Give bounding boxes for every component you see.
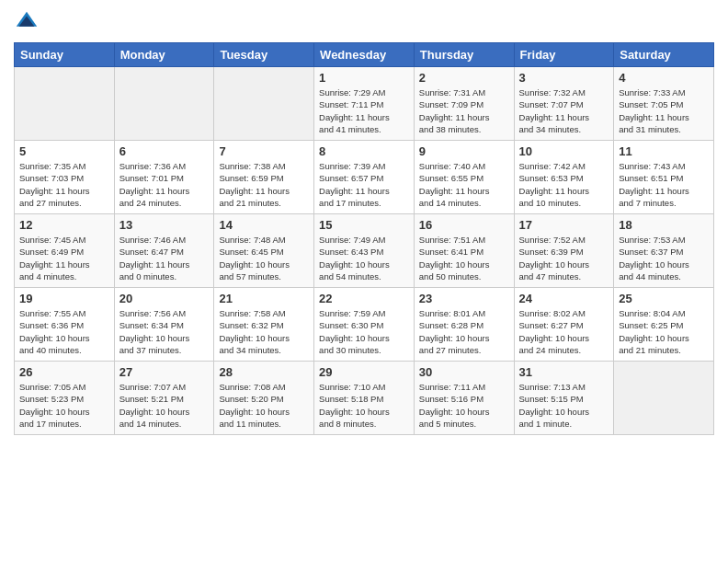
day-info: Sunrise: 7:53 AM Sunset: 6:37 PM Dayligh… bbox=[619, 234, 709, 282]
calendar-cell: 22Sunrise: 7:59 AM Sunset: 6:30 PM Dayli… bbox=[314, 288, 415, 362]
day-info: Sunrise: 7:40 AM Sunset: 6:55 PM Dayligh… bbox=[419, 160, 509, 209]
calendar-table: SundayMondayTuesdayWednesdayThursdayFrid… bbox=[14, 42, 714, 435]
day-number: 22 bbox=[319, 292, 409, 305]
day-number: 2 bbox=[419, 71, 509, 85]
day-info: Sunrise: 7:05 AM Sunset: 5:23 PM Dayligh… bbox=[19, 381, 109, 430]
day-number: 28 bbox=[219, 365, 309, 379]
col-header-monday: Monday bbox=[114, 43, 214, 67]
day-info: Sunrise: 7:38 AM Sunset: 6:59 PM Dayligh… bbox=[219, 160, 309, 209]
calendar-cell: 10Sunrise: 7:42 AM Sunset: 6:53 PM Dayli… bbox=[514, 141, 614, 214]
week-row-5: 26Sunrise: 7:05 AM Sunset: 5:23 PM Dayli… bbox=[15, 362, 714, 435]
col-header-friday: Friday bbox=[514, 43, 614, 67]
day-number: 23 bbox=[419, 292, 509, 305]
day-info: Sunrise: 7:29 AM Sunset: 7:11 PM Dayligh… bbox=[319, 86, 409, 135]
day-info: Sunrise: 7:07 AM Sunset: 5:21 PM Dayligh… bbox=[119, 381, 210, 430]
calendar-cell: 2Sunrise: 7:31 AM Sunset: 7:09 PM Daylig… bbox=[414, 67, 514, 141]
calendar-cell bbox=[114, 67, 214, 141]
day-info: Sunrise: 7:36 AM Sunset: 7:01 PM Dayligh… bbox=[119, 160, 210, 209]
day-number: 13 bbox=[119, 218, 210, 232]
day-number: 31 bbox=[519, 365, 609, 379]
week-row-3: 12Sunrise: 7:45 AM Sunset: 6:49 PM Dayli… bbox=[15, 214, 714, 288]
day-info: Sunrise: 7:48 AM Sunset: 6:45 PM Dayligh… bbox=[219, 234, 309, 282]
day-number: 5 bbox=[19, 144, 109, 158]
calendar-cell bbox=[614, 362, 714, 435]
calendar-page: SundayMondayTuesdayWednesdayThursdayFrid… bbox=[0, 0, 728, 563]
calendar-cell: 27Sunrise: 7:07 AM Sunset: 5:21 PM Dayli… bbox=[114, 362, 214, 435]
day-info: Sunrise: 7:49 AM Sunset: 6:43 PM Dayligh… bbox=[319, 234, 409, 282]
day-number: 20 bbox=[119, 292, 210, 305]
day-info: Sunrise: 8:01 AM Sunset: 6:28 PM Dayligh… bbox=[419, 307, 509, 356]
calendar-cell: 3Sunrise: 7:32 AM Sunset: 7:07 PM Daylig… bbox=[514, 67, 614, 141]
day-info: Sunrise: 8:04 AM Sunset: 6:25 PM Dayligh… bbox=[619, 307, 709, 356]
day-info: Sunrise: 7:55 AM Sunset: 6:36 PM Dayligh… bbox=[19, 307, 109, 356]
calendar-cell: 24Sunrise: 8:02 AM Sunset: 6:27 PM Dayli… bbox=[514, 288, 614, 362]
header bbox=[14, 9, 714, 35]
calendar-cell: 25Sunrise: 8:04 AM Sunset: 6:25 PM Dayli… bbox=[614, 288, 714, 362]
day-number: 11 bbox=[619, 144, 709, 158]
calendar-cell: 9Sunrise: 7:40 AM Sunset: 6:55 PM Daylig… bbox=[414, 141, 514, 214]
day-info: Sunrise: 7:51 AM Sunset: 6:41 PM Dayligh… bbox=[419, 234, 509, 282]
day-info: Sunrise: 7:11 AM Sunset: 5:16 PM Dayligh… bbox=[419, 381, 509, 430]
day-info: Sunrise: 7:08 AM Sunset: 5:20 PM Dayligh… bbox=[219, 381, 309, 430]
day-info: Sunrise: 7:13 AM Sunset: 5:15 PM Dayligh… bbox=[519, 381, 609, 430]
day-info: Sunrise: 7:39 AM Sunset: 6:57 PM Dayligh… bbox=[319, 160, 409, 209]
day-number: 16 bbox=[419, 218, 509, 232]
calendar-cell: 23Sunrise: 8:01 AM Sunset: 6:28 PM Dayli… bbox=[414, 288, 514, 362]
calendar-cell: 20Sunrise: 7:56 AM Sunset: 6:34 PM Dayli… bbox=[114, 288, 214, 362]
day-number: 30 bbox=[419, 365, 509, 379]
calendar-cell: 19Sunrise: 7:55 AM Sunset: 6:36 PM Dayli… bbox=[15, 288, 115, 362]
day-info: Sunrise: 7:45 AM Sunset: 6:49 PM Dayligh… bbox=[19, 234, 109, 282]
day-number: 6 bbox=[119, 144, 210, 158]
calendar-cell: 14Sunrise: 7:48 AM Sunset: 6:45 PM Dayli… bbox=[214, 214, 314, 288]
day-number: 24 bbox=[519, 292, 609, 305]
day-info: Sunrise: 7:52 AM Sunset: 6:39 PM Dayligh… bbox=[519, 234, 609, 282]
calendar-cell bbox=[214, 67, 314, 141]
calendar-header-row: SundayMondayTuesdayWednesdayThursdayFrid… bbox=[15, 43, 714, 67]
calendar-cell: 18Sunrise: 7:53 AM Sunset: 6:37 PM Dayli… bbox=[614, 214, 714, 288]
calendar-cell: 16Sunrise: 7:51 AM Sunset: 6:41 PM Dayli… bbox=[414, 214, 514, 288]
day-info: Sunrise: 7:31 AM Sunset: 7:09 PM Dayligh… bbox=[419, 86, 509, 135]
day-number: 8 bbox=[319, 144, 409, 158]
day-info: Sunrise: 7:32 AM Sunset: 7:07 PM Dayligh… bbox=[519, 86, 609, 135]
day-number: 15 bbox=[319, 218, 409, 232]
calendar-cell: 15Sunrise: 7:49 AM Sunset: 6:43 PM Dayli… bbox=[314, 214, 415, 288]
day-info: Sunrise: 7:33 AM Sunset: 7:05 PM Dayligh… bbox=[619, 86, 709, 135]
day-info: Sunrise: 7:43 AM Sunset: 6:51 PM Dayligh… bbox=[619, 160, 709, 209]
calendar-cell: 21Sunrise: 7:58 AM Sunset: 6:32 PM Dayli… bbox=[214, 288, 314, 362]
day-number: 25 bbox=[619, 292, 709, 305]
col-header-wednesday: Wednesday bbox=[314, 43, 415, 67]
calendar-cell: 30Sunrise: 7:11 AM Sunset: 5:16 PM Dayli… bbox=[414, 362, 514, 435]
day-number: 26 bbox=[19, 365, 109, 379]
col-header-thursday: Thursday bbox=[414, 43, 514, 67]
day-number: 9 bbox=[419, 144, 509, 158]
calendar-cell: 31Sunrise: 7:13 AM Sunset: 5:15 PM Dayli… bbox=[514, 362, 614, 435]
calendar-cell: 5Sunrise: 7:35 AM Sunset: 7:03 PM Daylig… bbox=[15, 141, 115, 214]
logo-icon bbox=[14, 9, 40, 35]
day-number: 18 bbox=[619, 218, 709, 232]
calendar-cell: 7Sunrise: 7:38 AM Sunset: 6:59 PM Daylig… bbox=[214, 141, 314, 214]
calendar-cell: 1Sunrise: 7:29 AM Sunset: 7:11 PM Daylig… bbox=[314, 67, 415, 141]
day-number: 14 bbox=[219, 218, 309, 232]
calendar-cell: 29Sunrise: 7:10 AM Sunset: 5:18 PM Dayli… bbox=[314, 362, 415, 435]
col-header-saturday: Saturday bbox=[614, 43, 714, 67]
day-number: 27 bbox=[119, 365, 210, 379]
day-number: 7 bbox=[219, 144, 309, 158]
day-info: Sunrise: 7:46 AM Sunset: 6:47 PM Dayligh… bbox=[119, 234, 210, 282]
logo bbox=[14, 9, 43, 35]
calendar-cell: 6Sunrise: 7:36 AM Sunset: 7:01 PM Daylig… bbox=[114, 141, 214, 214]
week-row-4: 19Sunrise: 7:55 AM Sunset: 6:36 PM Dayli… bbox=[15, 288, 714, 362]
day-number: 29 bbox=[319, 365, 409, 379]
day-info: Sunrise: 7:10 AM Sunset: 5:18 PM Dayligh… bbox=[319, 381, 409, 430]
calendar-cell: 26Sunrise: 7:05 AM Sunset: 5:23 PM Dayli… bbox=[15, 362, 115, 435]
week-row-1: 1Sunrise: 7:29 AM Sunset: 7:11 PM Daylig… bbox=[15, 67, 714, 141]
day-number: 10 bbox=[519, 144, 609, 158]
day-info: Sunrise: 7:56 AM Sunset: 6:34 PM Dayligh… bbox=[119, 307, 210, 356]
day-info: Sunrise: 7:35 AM Sunset: 7:03 PM Dayligh… bbox=[19, 160, 109, 209]
day-number: 17 bbox=[519, 218, 609, 232]
calendar-cell: 17Sunrise: 7:52 AM Sunset: 6:39 PM Dayli… bbox=[514, 214, 614, 288]
week-row-2: 5Sunrise: 7:35 AM Sunset: 7:03 PM Daylig… bbox=[15, 141, 714, 214]
calendar-cell bbox=[15, 67, 115, 141]
calendar-cell: 13Sunrise: 7:46 AM Sunset: 6:47 PM Dayli… bbox=[114, 214, 214, 288]
calendar-cell: 4Sunrise: 7:33 AM Sunset: 7:05 PM Daylig… bbox=[614, 67, 714, 141]
day-number: 19 bbox=[19, 292, 109, 305]
